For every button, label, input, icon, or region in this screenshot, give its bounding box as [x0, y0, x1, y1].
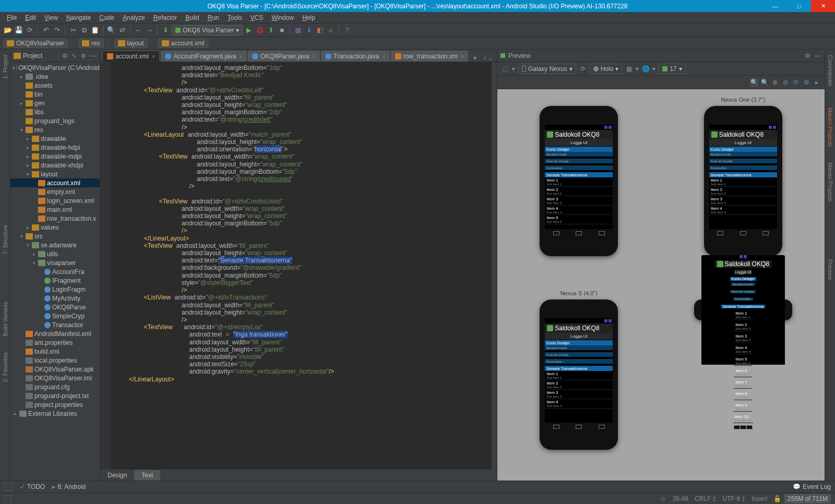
close-tab-icon[interactable]: ×: [240, 53, 243, 59]
tree-node[interactable]: Transactior: [10, 320, 100, 329]
back-icon[interactable]: ←: [134, 26, 143, 35]
tree-node[interactable]: empty.xml: [10, 187, 100, 196]
zoom-out-icon[interactable]: ⊖: [782, 79, 789, 86]
toolwin-icon[interactable]: [4, 483, 13, 491]
expand-arrow[interactable]: ▸: [25, 154, 30, 159]
preview-canvas[interactable]: Saldokoll OKQ8Logga UtKonto DetaljerBevi…: [497, 89, 825, 481]
expand-arrow[interactable]: ▸: [13, 411, 18, 416]
tree-node[interactable]: proguard_logs: [10, 116, 100, 125]
zoom-fit-icon[interactable]: 🔍: [761, 79, 768, 86]
monitor-icon[interactable]: ◧: [315, 26, 325, 35]
activity-icon[interactable]: ▦: [625, 65, 633, 73]
breadcrumb-item[interactable]: OKQ8VisaParser: [3, 39, 68, 48]
hide-icon[interactable]: —: [89, 52, 97, 59]
theme-select[interactable]: Holo▾: [590, 64, 623, 74]
run-button[interactable]: ▶: [244, 26, 254, 35]
tree-node[interactable]: ▸values: [10, 223, 100, 232]
hector-icon[interactable]: ☺: [660, 495, 666, 502]
gear-icon[interactable]: ⚙: [804, 52, 811, 59]
help-icon[interactable]: ?: [342, 26, 352, 35]
caret-pos[interactable]: 35:48: [673, 495, 688, 502]
open-icon[interactable]: 📂: [3, 26, 13, 35]
tree-node[interactable]: ▾visaparser: [10, 258, 100, 267]
orientation-icon[interactable]: ⟳: [579, 65, 587, 73]
close-tab-icon[interactable]: ×: [152, 53, 155, 59]
expand-arrow[interactable]: ▾: [13, 65, 15, 70]
memory[interactable]: 255M of 711M: [784, 494, 831, 503]
debug-button[interactable]: 🐞: [255, 26, 265, 35]
api-select[interactable]: 17▾: [659, 64, 685, 74]
tree-node[interactable]: ▸drawable: [10, 134, 100, 143]
menu-file[interactable]: File: [3, 13, 20, 22]
refresh-icon[interactable]: ⟳: [792, 79, 800, 86]
expand-arrow[interactable]: ▸: [25, 136, 30, 141]
breadcrumb-item[interactable]: layout: [114, 39, 148, 48]
tree-node[interactable]: row_transaction.x: [10, 214, 100, 223]
design-tab[interactable]: Design: [100, 470, 134, 481]
scroll-icon[interactable]: ⊕: [80, 52, 87, 59]
stop-icon[interactable]: ■: [277, 26, 287, 35]
collapse-icon[interactable]: ⤡: [70, 52, 78, 59]
tree-node[interactable]: ▾layout: [10, 170, 100, 178]
replace-icon[interactable]: ⇄: [117, 26, 127, 35]
menu-tools[interactable]: Tools: [224, 13, 246, 22]
avd-icon[interactable]: ▦: [293, 26, 303, 35]
tree-node[interactable]: libs: [10, 107, 100, 116]
expand-arrow[interactable]: ▸: [19, 74, 24, 79]
breadcrumb-item[interactable]: account.xml: [158, 39, 208, 48]
minimize-button[interactable]: —: [763, 0, 787, 12]
menu-code[interactable]: Code: [96, 13, 118, 22]
menu-analyze[interactable]: Analyze: [119, 13, 149, 22]
tree-node[interactable]: proguard-project.txt: [10, 391, 100, 400]
expand-arrow[interactable]: ▾: [31, 260, 37, 266]
tree-node[interactable]: ▸drawable-hdpi: [10, 143, 100, 152]
tree-node[interactable]: AndroidManifest.xml: [10, 329, 100, 338]
expand-arrow[interactable]: ▸: [25, 163, 30, 168]
rotate-icon[interactable]: ▢: [502, 65, 509, 73]
redo-icon[interactable]: ↷: [52, 26, 62, 35]
line-sep[interactable]: CRLF ‡: [695, 495, 716, 502]
tree-node[interactable]: proguard.cfg: [10, 382, 100, 391]
tool-maven-lbl[interactable]: Maven Projects: [827, 162, 833, 202]
hide-icon[interactable]: —: [814, 52, 821, 59]
attach-icon[interactable]: ⬆: [266, 26, 276, 35]
menu-view[interactable]: View: [41, 13, 62, 22]
tool-maven[interactable]: Maven Projects: [827, 107, 833, 147]
tree-node[interactable]: bin: [10, 90, 100, 99]
settings-icon[interactable]: ⚙: [803, 79, 810, 86]
paste-icon[interactable]: 📋: [90, 26, 100, 35]
tool-favorites[interactable]: 2: Favorites: [2, 352, 8, 382]
bottom-tool-todo[interactable]: ✓TODO: [20, 483, 45, 490]
zoom-actual-icon[interactable]: 🔍: [750, 79, 758, 86]
editor-tab[interactable]: Transaction.java×: [321, 51, 390, 62]
sdk-icon[interactable]: ⬇: [304, 26, 314, 35]
expand-arrow[interactable]: ▾: [19, 127, 24, 133]
split-icon[interactable]: ⫞ ⫠: [483, 54, 494, 62]
breadcrumb-item[interactable]: res: [78, 39, 104, 48]
chevron-right-icon[interactable]: ▸: [813, 79, 820, 86]
run-config-select[interactable]: OKQ8 Visa Parser ▾: [172, 25, 243, 35]
tree-node[interactable]: ▸.idea: [10, 72, 100, 81]
tree-node[interactable]: LoginFragm: [10, 285, 100, 294]
sync-icon[interactable]: ⟳: [25, 26, 34, 35]
tree-node[interactable]: build.xml: [10, 347, 100, 356]
gear-icon[interactable]: ⚙: [61, 52, 68, 59]
editor-tab[interactable]: row_transaction.xm×: [391, 51, 468, 62]
tree-node[interactable]: account.xml: [10, 178, 100, 187]
menu-window[interactable]: Window: [268, 13, 297, 22]
tree-node[interactable]: SimpleCryp: [10, 311, 100, 320]
copy-icon[interactable]: ⧉: [79, 26, 89, 35]
undo-icon[interactable]: ↶: [41, 26, 51, 35]
cut-icon[interactable]: ✂: [68, 26, 78, 35]
tree-node[interactable]: main.xml: [10, 205, 100, 214]
forward-icon[interactable]: →: [145, 26, 154, 35]
tree-node[interactable]: ▾src: [10, 232, 100, 241]
expand-arrow[interactable]: ▸: [25, 145, 30, 150]
expand-arrow[interactable]: ▸: [25, 225, 30, 230]
tree-node[interactable]: ant.properties: [10, 338, 100, 347]
tree-node[interactable]: ▸gen: [10, 99, 100, 107]
tool-build-variants[interactable]: Build Variants: [2, 302, 8, 337]
lock-icon[interactable]: 🔓: [773, 495, 781, 502]
toolwin-toggle[interactable]: [4, 495, 11, 502]
tool-project[interactable]: 1: Project: [2, 55, 8, 79]
